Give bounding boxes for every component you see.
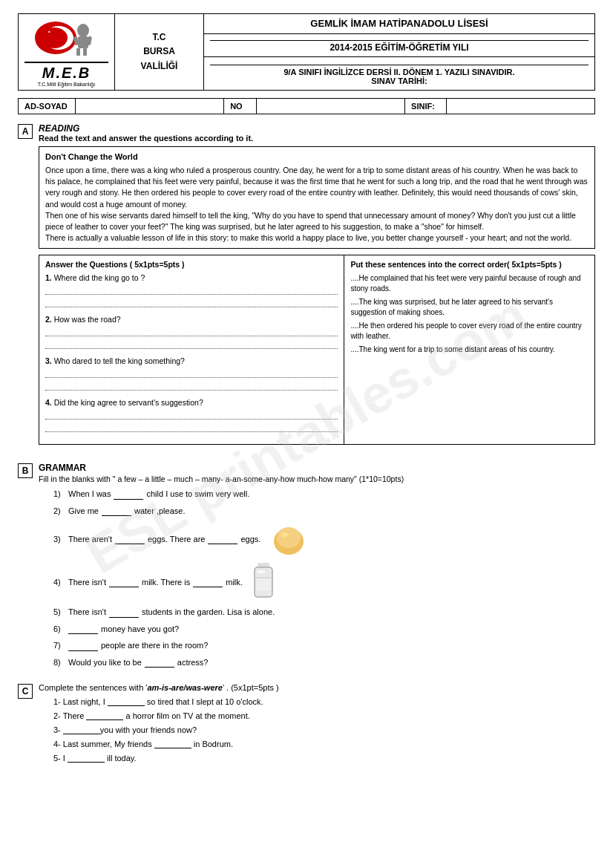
section-c-content: Complete the sentences with 'am-is-are/w… xyxy=(39,683,595,766)
blank-8-1[interactable] xyxy=(145,657,174,668)
svg-point-11 xyxy=(277,527,301,548)
blank-3-1[interactable] xyxy=(115,534,145,544)
order-item-4: ....The king went for a trip to some dis… xyxy=(350,345,589,355)
grammar-item-6: 6) money have you got? xyxy=(39,623,595,636)
blank-c4[interactable] xyxy=(154,738,191,748)
complete-item-3: 3- you with your friends now? xyxy=(39,724,595,734)
section-a: A READING Read the text and answer the q… xyxy=(18,123,595,452)
question-3: 3. Who dared to tell the king something? xyxy=(45,356,338,391)
question-1: 1. Where did the king go to ? xyxy=(45,273,338,307)
passage-title: Don't Change the World xyxy=(45,151,589,163)
section-c-letter: C xyxy=(18,684,33,699)
grammar-item-3: 3) There aren't eggs. There are eggs. xyxy=(39,521,595,557)
complete-item-1: 1- Last night, I so tired that I slept a… xyxy=(39,696,595,706)
section-b-content: GRAMMAR Fill in the blanks with " a few … xyxy=(39,463,595,673)
student-info-table: AD-SOYAD NO SINIF: xyxy=(18,98,595,114)
passage-text: Once upon a time, there was a king who r… xyxy=(45,165,589,244)
tc-cell: T.C BURSA VALİLİĞİ xyxy=(115,14,204,91)
header-table: M.E.B T.C.Millî Eğitim Bakanlığı T.C BUR… xyxy=(18,13,595,91)
svg-rect-7 xyxy=(83,48,87,56)
section-c: C Complete the sentences with 'am-is-are… xyxy=(18,683,595,766)
sinif-value[interactable] xyxy=(446,99,594,114)
questions-left: Answer the Questions ( 5x1pts=5pts ) 1. … xyxy=(39,255,344,444)
svg-point-2 xyxy=(41,27,68,48)
blank-1-1[interactable] xyxy=(114,489,143,500)
ad-soyad-value[interactable] xyxy=(76,99,224,114)
grammar-item-8: 8) Would you like to be actress? xyxy=(39,656,595,669)
blank-c3[interactable] xyxy=(63,724,100,734)
tc-label: T.C xyxy=(153,32,166,42)
meb-sub-text: T.C.Millî Eğitim Bakanlığı xyxy=(24,82,108,87)
section-b-header: B GRAMMAR Fill in the blanks with " a fe… xyxy=(18,463,595,673)
ad-soyad-label: AD-SOYAD xyxy=(19,99,76,114)
blank-6-1[interactable] xyxy=(68,624,98,634)
section-b: B GRAMMAR Fill in the blanks with " a fe… xyxy=(18,463,595,673)
grammar-title: GRAMMAR xyxy=(39,463,595,473)
section-a-instruction: Read the text and answer the questions a… xyxy=(39,134,595,143)
grammar-item-2: 2) Give me water ,please. xyxy=(39,505,595,518)
complete-item-4: 4- Last summer, My friends in Bodrum. xyxy=(39,738,595,748)
egg-image xyxy=(269,521,308,557)
blank-c1[interactable] xyxy=(108,696,145,706)
questions-header-left: Answer the Questions ( 5x1pts=5pts ) xyxy=(45,260,338,269)
blank-4-2[interactable] xyxy=(193,577,223,587)
svg-rect-16 xyxy=(258,570,265,573)
blank-7-1[interactable] xyxy=(68,641,98,651)
questions-right: Put these sentences into the correct ord… xyxy=(344,255,594,444)
school-name: GEMLİK İMAM HATİPANADOLU LİSESİ xyxy=(210,18,589,29)
grammar-item-4: 4) There isn't milk. There is milk. xyxy=(39,563,595,601)
svg-point-12 xyxy=(281,532,288,537)
order-item-2: ....The king was surprised, but he later… xyxy=(350,297,589,318)
order-item-3: ....He then ordered his people to cover … xyxy=(350,321,589,342)
milk-image xyxy=(252,563,275,601)
complete-item-5: 5- I ill today. xyxy=(39,752,595,763)
svg-rect-6 xyxy=(76,48,80,56)
valilik-label: VALİLİĞİ xyxy=(141,61,178,71)
svg-rect-17 xyxy=(256,576,271,591)
logo-cell: M.E.B T.C.Millî Eğitim Bakanlığı xyxy=(19,14,115,91)
order-item-1: ....He complained that his feet were ver… xyxy=(350,273,589,294)
blank-3-2[interactable] xyxy=(208,534,237,544)
blank-5-1[interactable] xyxy=(109,607,139,618)
complete-item-2: 2- There a horror film on TV at the mome… xyxy=(39,710,595,720)
school-name-cell: GEMLİK İMAM HATİPANADOLU LİSESİ xyxy=(204,14,595,34)
no-label: NO xyxy=(224,99,257,114)
exam-info-cell: 9/A SINIFI İNGİLİZCE DERSİ II. DÖNEM 1. … xyxy=(204,57,595,91)
question-2: 2. How was the road? xyxy=(45,315,338,349)
svg-rect-13 xyxy=(258,563,269,567)
section-a-header: A READING Read the text and answer the q… xyxy=(18,123,595,452)
svg-rect-5 xyxy=(78,36,88,48)
meb-text: M.E.B xyxy=(24,62,108,82)
meb-logo xyxy=(24,17,108,62)
questions-grid: Answer the Questions ( 5x1pts=5pts ) 1. … xyxy=(39,255,595,445)
blank-4-1[interactable] xyxy=(109,577,139,587)
questions-header-right: Put these sentences into the correct ord… xyxy=(350,260,589,269)
blank-2-1[interactable] xyxy=(102,506,131,516)
grammar-item-7: 7) people are there in the room? xyxy=(39,639,595,652)
svg-point-4 xyxy=(77,24,89,37)
blank-c2[interactable] xyxy=(86,710,123,720)
no-value[interactable] xyxy=(257,99,405,114)
question-4: 4. Did the king agree to servant's sugge… xyxy=(45,398,338,432)
section-c-header: C Complete the sentences with 'am-is-are… xyxy=(18,683,595,766)
exam-info: 9/A SINIFI İNGİLİZCE DERSİ II. DÖNEM 1. … xyxy=(210,65,589,85)
bursa-label: BURSA xyxy=(143,46,175,56)
complete-words: am-is-are/was-were xyxy=(147,683,223,692)
grammar-instruction: Fill in the blanks with " a few – a litt… xyxy=(39,474,595,483)
sinif-label: SINIF: xyxy=(405,99,447,114)
blank-c5[interactable] xyxy=(68,752,105,763)
section-a-content: READING Read the text and answer the que… xyxy=(39,123,595,452)
complete-instruction: Complete the sentences with 'am-is-are/w… xyxy=(39,683,595,692)
reading-box: Don't Change the World Once upon a time,… xyxy=(39,146,595,249)
section-a-letter: A xyxy=(18,124,33,139)
year-label: 2014-2015 EĞİTİM-ÖĞRETİM YILI xyxy=(210,40,589,53)
grammar-item-1: 1) When I was child I use to swim very w… xyxy=(39,488,595,500)
grammar-item-5: 5) There isn't students in the garden. L… xyxy=(39,606,595,619)
logo-svg xyxy=(33,17,100,62)
section-a-title: READING xyxy=(39,123,595,134)
section-b-letter: B xyxy=(18,463,33,478)
year-cell: 2014-2015 EĞİTİM-ÖĞRETİM YILI xyxy=(204,33,595,56)
